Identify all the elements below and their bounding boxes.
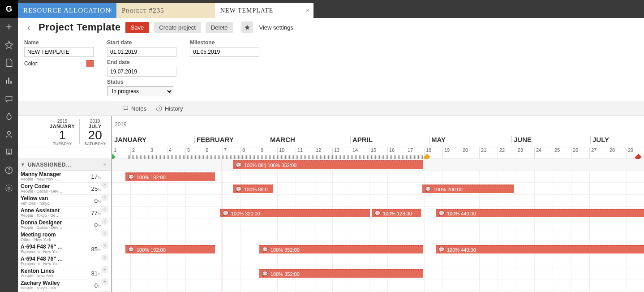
add-icon[interactable]: [4, 22, 13, 31]
task-bar[interactable]: 💬100% 352:00: [259, 269, 423, 278]
resource-row[interactable]: Manny ManagerPeople · New York · …17%+: [18, 171, 111, 183]
resource-pct: 0%: [94, 282, 101, 289]
resource-meta: Other · New York: [21, 238, 108, 242]
resource-pct: 0%: [94, 198, 101, 204]
month-header: FEBRUARY: [194, 136, 268, 143]
chart-icon[interactable]: [4, 76, 13, 85]
resource-row[interactable]: Kenton LinesPeople · New York · …31%+: [18, 267, 111, 279]
week-header: 28: [608, 147, 626, 159]
resource-row[interactable]: A-694 F48 76" …Equipment · New Yo…+: [18, 255, 111, 267]
help-icon[interactable]: ?: [4, 166, 13, 175]
favorite-button[interactable]: [241, 21, 253, 33]
svg-point-4: [8, 187, 10, 189]
end-date-display: 2019 JULY 20 SATURDAY: [79, 119, 106, 144]
year-label: 2019: [115, 121, 127, 128]
resource-row[interactable]: Anne AssistantPeople · Tokyo · De…77%+: [18, 207, 111, 219]
add-resource-button[interactable]: +: [101, 161, 108, 168]
drop-icon[interactable]: [4, 112, 13, 121]
status-select[interactable]: In progress: [107, 86, 173, 96]
tab-resource-allocation[interactable]: RESOURCE ALLOCATION×: [18, 3, 116, 18]
gantt-row: 💬100% 88:0💬100% 200:00: [112, 183, 644, 195]
comment-icon: 💬: [223, 210, 229, 216]
resource-row[interactable]: Meeting roomOther · New York+: [18, 231, 111, 243]
task-bar[interactable]: 💬100% 320:00: [220, 209, 370, 217]
gantt-row: [112, 195, 644, 207]
end-date-label: End date: [107, 59, 176, 65]
document-icon[interactable]: [4, 58, 13, 67]
color-swatch[interactable]: [86, 60, 94, 67]
task-bar[interactable]: 💬100% 88:0: [233, 185, 273, 193]
comment-icon: 💬: [425, 186, 431, 192]
gantt-row: [112, 219, 644, 231]
page-title: Project Template: [39, 21, 121, 33]
add-task-button[interactable]: +: [101, 290, 108, 292]
resource-row[interactable]: Donna DesignerPeople · Dallas · Dev…0%+: [18, 219, 111, 231]
close-icon[interactable]: ×: [109, 7, 113, 14]
month-header: MAY: [429, 136, 511, 143]
person-icon[interactable]: [4, 130, 13, 139]
gantt-row: [112, 255, 644, 267]
milestone-label: Milestone: [190, 39, 259, 46]
week-header: 22: [498, 147, 516, 159]
week-header: 21: [479, 147, 498, 159]
gantt-row: 💬100% 192:00💬100% 352:00💬100% 440:00: [112, 243, 644, 255]
view-settings[interactable]: View settings: [259, 24, 293, 31]
end-date-input[interactable]: [107, 67, 176, 77]
gantt-row: 💬100% 320:00💬100% 128:00💬100% 440:00: [112, 207, 644, 219]
resource-row[interactable]: A-694 F48 76" …Equipment · New Yo…85%+: [18, 243, 111, 255]
tab-project-235[interactable]: Project #235: [116, 3, 215, 18]
task-bar[interactable]: 💬100% 128:00: [372, 209, 421, 217]
gear-icon[interactable]: [4, 184, 13, 193]
history-button[interactable]: History: [155, 105, 183, 112]
name-input[interactable]: [24, 47, 94, 57]
svg-point-1: [8, 131, 11, 134]
resource-pct: 85%: [91, 246, 101, 253]
start-date-display: 2019 JANUARY 1 TUESDAY: [50, 119, 75, 144]
comment-icon: 💬: [438, 247, 445, 253]
tab-new-template[interactable]: NEW TEMPLATE×: [215, 3, 313, 18]
star-icon[interactable]: [4, 40, 13, 49]
resource-row[interactable]: Zachary WatleyPeople · Tokyo · Ma…0%+: [18, 279, 111, 292]
save-button[interactable]: Save: [125, 22, 150, 33]
task-bar[interactable]: 💬100% 192:00: [125, 245, 215, 253]
start-date-input[interactable]: [107, 47, 176, 57]
create-project-button[interactable]: Create project: [154, 22, 201, 33]
week-header: 27: [589, 147, 608, 159]
resource-row[interactable]: Yellow vanVehicles · Tokyo0%+: [18, 195, 111, 207]
resource-row[interactable]: Cory CoderPeople · Dallas · Dev…25%+: [18, 183, 111, 195]
comment-icon: 💬: [128, 247, 134, 253]
task-bar[interactable]: 💬100% 200:00: [422, 185, 514, 193]
task-bar[interactable]: 💬100% 88:| 100% 352:00: [233, 160, 423, 169]
resource-meta: Equipment · New Yo…: [21, 262, 108, 266]
group-unassigned[interactable]: ▼ UNASSIGNED… +: [18, 159, 111, 171]
logo[interactable]: G: [0, 0, 18, 18]
milestone-input[interactable]: [190, 47, 259, 57]
export-icon[interactable]: [4, 148, 13, 157]
board-icon[interactable]: [4, 94, 13, 103]
close-icon[interactable]: ×: [306, 7, 310, 14]
month-header: JANUARY: [112, 136, 194, 143]
resource-pct: 77%: [91, 210, 101, 216]
month-header: JULY: [590, 136, 644, 143]
notes-button[interactable]: Notes: [122, 105, 146, 112]
task-bar[interactable]: 💬100% 440:00: [436, 209, 644, 217]
back-button[interactable]: ‹: [23, 22, 34, 33]
comment-icon: 💬: [236, 162, 242, 168]
week-header: 25: [553, 147, 571, 159]
color-label: Color:: [24, 60, 39, 67]
tab-label: NEW TEMPLATE: [220, 7, 273, 14]
comment-icon: 💬: [262, 271, 268, 277]
tab-label: RESOURCE ALLOCATION: [23, 7, 111, 14]
week-header: 20: [461, 147, 479, 159]
task-bar[interactable]: 💬100% 440:00: [436, 245, 644, 253]
task-bar[interactable]: 💬100% 192:00: [125, 172, 215, 181]
month-header: APRIL: [350, 136, 429, 143]
delete-button[interactable]: Delete: [206, 22, 233, 33]
week-header: 19: [442, 147, 461, 159]
week-header: 24: [534, 147, 553, 159]
task-bar[interactable]: 💬100% 352:00: [259, 245, 423, 253]
resource-pct: 31%: [91, 270, 101, 277]
comment-icon: 💬: [374, 210, 381, 216]
chevron-down-icon[interactable]: ▼: [21, 162, 25, 167]
tab-label: Project #235: [122, 7, 164, 14]
